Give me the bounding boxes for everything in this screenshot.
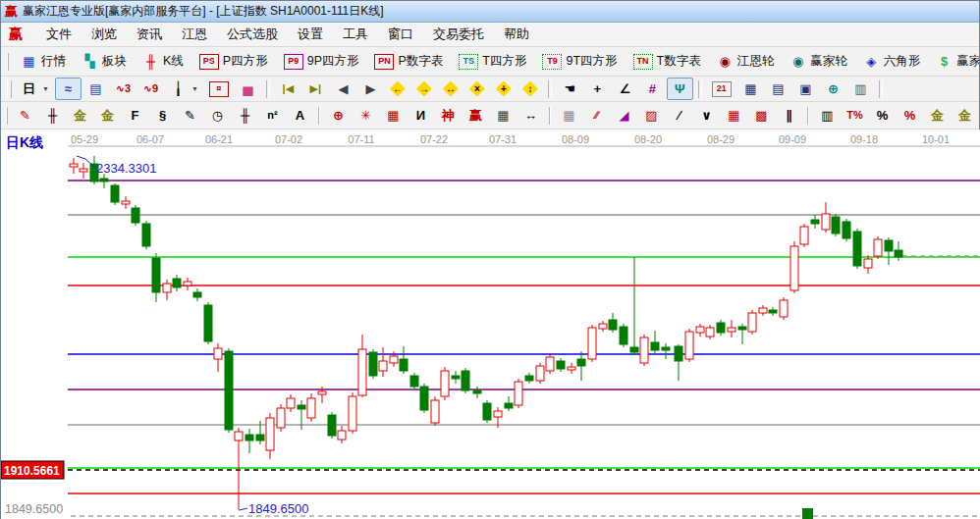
v-lines-button[interactable]: ∨	[693, 104, 720, 127]
compress-both-button[interactable]: ×	[464, 78, 490, 100]
gray-grid-button[interactable]: ▦	[556, 104, 582, 127]
system-monitor-button[interactable]: ▥	[847, 78, 874, 100]
hexagon-button[interactable]: ◈六角形	[856, 50, 928, 73]
gann-fan-grid-button[interactable]: ▨	[638, 104, 665, 127]
sectors-button[interactable]: ▚板块	[75, 50, 134, 73]
drag-hand-button[interactable]: ☚	[557, 78, 583, 100]
calculator-button[interactable]: ▦	[737, 78, 764, 100]
angle-measure-button[interactable]: ∠	[612, 78, 638, 100]
red-grid-frame-button[interactable]: ▩	[748, 104, 775, 127]
fibonacci-lines-button[interactable]: F	[122, 104, 148, 127]
bar-statistics-button[interactable]: ▥	[814, 104, 841, 127]
gold-ratio-vertical-button[interactable]: 金	[94, 104, 121, 127]
gold-ratio-horizontal-icon: 金	[72, 107, 88, 124]
red-grid-button[interactable]: ▦	[721, 104, 747, 127]
gann-toolbox-button[interactable]: #	[639, 78, 666, 100]
gann-fan-box-button[interactable]: ◢	[611, 104, 637, 127]
menu-item-1[interactable]: 浏览	[82, 23, 127, 46]
trend-label-button[interactable]: A	[287, 104, 313, 127]
menu-item-4[interactable]: 公式选股	[217, 23, 288, 46]
date-tick-label: 07-22	[420, 133, 448, 145]
expand-horizontal-button[interactable]: ↔	[438, 78, 463, 100]
circle-target-button[interactable]: ⊕	[325, 104, 352, 127]
smart-analysis-button[interactable]: Ψ	[667, 78, 693, 100]
percent-line-button[interactable]: %	[897, 104, 923, 127]
save-button[interactable]: ▣	[792, 78, 819, 100]
crosshair-button[interactable]: +	[584, 78, 611, 100]
gann-grid-box-button[interactable]: ▦	[380, 104, 407, 127]
f10-info-button[interactable]: ▤	[82, 78, 109, 100]
shen-lines-button[interactable]: 神	[435, 104, 462, 127]
t-number-table-button[interactable]: TNT数字表	[626, 50, 708, 73]
p-square-button[interactable]: PSP四方形	[192, 50, 275, 73]
t-square-button[interactable]: TST四方形	[452, 50, 533, 73]
spiral-button[interactable]: §	[149, 104, 176, 127]
time-cycle-button[interactable]: ◷	[204, 104, 231, 127]
n-square-button[interactable]: n²	[259, 104, 286, 127]
volume-histogram-button[interactable]: ▅	[235, 78, 261, 100]
width-measure-button[interactable]: ↔	[517, 104, 544, 127]
9t-square-button[interactable]: T99T四方形	[535, 50, 624, 73]
trend-pen-button[interactable]: ∕	[666, 104, 692, 127]
ying-lines-button[interactable]: 赢	[463, 104, 489, 127]
time-ruler-button[interactable]: ╫	[232, 104, 258, 127]
menu-item-0[interactable]: 文件	[36, 23, 82, 46]
expand-vertical-button[interactable]: ↕	[517, 78, 543, 100]
grid-123-button[interactable]: ▦	[490, 104, 517, 127]
minute-chart-3-button[interactable]: ∿3	[110, 78, 136, 100]
quote-board-button[interactable]: ¤	[204, 78, 234, 100]
notepad-button[interactable]: ▤	[765, 78, 791, 100]
vertical-ruler-button[interactable]: ╫	[39, 104, 66, 127]
menu-item-9[interactable]: 帮助	[494, 23, 539, 46]
gray-grid-icon: ▦	[561, 107, 577, 124]
toolbar-separator	[548, 80, 552, 98]
angle-brush-button[interactable]: ✎	[177, 104, 203, 127]
t-percent-button[interactable]: T%	[842, 104, 868, 127]
prev-bar-button[interactable]: ◀	[330, 78, 356, 100]
trend-scribble-button[interactable]: ≈	[55, 78, 82, 100]
titlebar[interactable]: 赢 赢家江恩专业版[赢家内部服务平台] - [上证指数 SH1A0001-111…	[1, 1, 979, 23]
calendar-button[interactable]: 21	[707, 78, 736, 100]
menu-item-5[interactable]: 设置	[288, 23, 333, 46]
winner-service-button[interactable]: $赢家服务	[929, 50, 979, 73]
chart-search-button[interactable]: ⊕	[820, 78, 846, 100]
last-bar-button[interactable]: ▶|	[302, 78, 329, 100]
gann-wheel-button[interactable]: ◉江恩轮	[710, 50, 782, 73]
candle-style-button[interactable]: ╽▼	[165, 78, 203, 100]
gold-circle-button[interactable]: 金	[924, 104, 951, 127]
9p-square-button[interactable]: P99P四方形	[277, 50, 366, 73]
candlestick	[483, 403, 491, 420]
peak-price-label: 2334.3301	[96, 161, 156, 176]
candlestick	[358, 349, 366, 395]
zoom-in-horizontal-button[interactable]: →	[411, 78, 437, 100]
minute-chart-9-button[interactable]: ∿9	[137, 78, 164, 100]
parallel-lines-button[interactable]: ∥	[776, 104, 802, 127]
sectors-label: 板块	[102, 53, 127, 70]
kline-chart[interactable]: 05-2906-0706-2107-0207-1107-2207-3108-09…	[1, 130, 980, 519]
gold-channel-button[interactable]: 金	[952, 104, 978, 127]
expand-both-icon: +	[496, 81, 512, 97]
quotes-button[interactable]: ▦行情	[14, 50, 73, 73]
date-tick-label: 09-18	[850, 133, 878, 145]
candlestick	[441, 371, 449, 396]
winner-wheel-button[interactable]: ◉赢家轮	[783, 50, 854, 73]
brush-button[interactable]: ✎	[12, 104, 38, 127]
menu-item-6[interactable]: 工具	[333, 23, 378, 46]
menu-item-3[interactable]: 江恩	[172, 23, 217, 46]
percent-button[interactable]: %	[869, 104, 896, 127]
menu-item-2[interactable]: 资讯	[127, 23, 172, 46]
expand-both-button[interactable]: +	[491, 78, 517, 100]
kline-button[interactable]: ╫K线	[136, 50, 191, 73]
menu-item-7[interactable]: 窗口	[378, 23, 423, 46]
zoom-out-horizontal-button[interactable]: ←	[385, 78, 410, 100]
candlestick	[420, 387, 428, 410]
gold-ratio-horizontal-button[interactable]: 金	[67, 104, 93, 127]
first-bar-button[interactable]: |◀	[275, 78, 301, 100]
p-number-table-button[interactable]: PNP数字表	[367, 50, 450, 73]
next-bar-button[interactable]: ▶	[357, 78, 384, 100]
menu-item-8[interactable]: 交易委托	[423, 23, 494, 46]
gann-fan-button[interactable]: ∕∕	[583, 104, 610, 127]
period-day-button[interactable]: 日▼	[16, 78, 54, 100]
wave-mark-button[interactable]: И	[408, 104, 434, 127]
gann-web-button[interactable]: ✳	[353, 104, 379, 127]
